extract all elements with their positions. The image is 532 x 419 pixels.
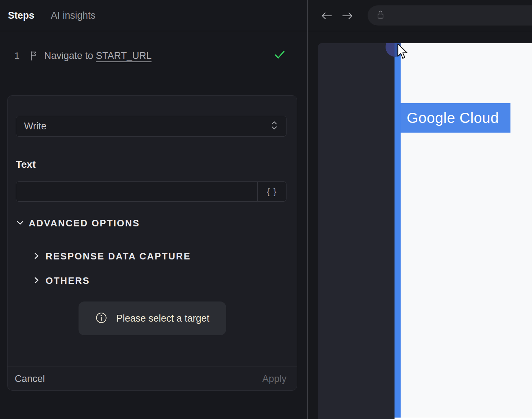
advanced-options-toggle[interactable]: ADVANCED OPTIONS: [16, 218, 140, 229]
flag-icon: [29, 51, 44, 61]
chevron-down-icon: [16, 218, 24, 229]
select-target-notice-text: Please select a target: [116, 313, 210, 324]
url-bar[interactable]: [368, 5, 532, 26]
info-icon: [95, 312, 108, 326]
step-label-text: Navigate to: [44, 50, 93, 61]
response-data-capture-label: RESPONSE DATA CAPTURE: [46, 251, 191, 262]
site-page-body: [401, 43, 532, 418]
others-toggle[interactable]: OTHERS: [33, 275, 90, 286]
chevron-up-down-icon: [270, 120, 278, 133]
step-number: 1: [14, 50, 29, 61]
insert-variable-button[interactable]: { }: [257, 182, 286, 201]
editor-footer: Cancel Apply: [8, 367, 297, 391]
browser-forward-button[interactable]: [341, 11, 354, 22]
browser-preview-panel: Google Cloud: [308, 0, 532, 419]
tab-ai-insights[interactable]: AI insights: [51, 10, 96, 21]
chevron-right-icon: [33, 252, 41, 262]
select-target-notice: Please select a target: [79, 301, 226, 335]
text-field-label: Text: [16, 159, 36, 170]
others-label: OTHERS: [46, 275, 90, 286]
apply-button[interactable]: Apply: [262, 373, 286, 385]
app-root: Steps AI insights 1 Navigate to START_UR…: [0, 0, 532, 419]
steps-panel: Steps AI insights 1 Navigate to START_UR…: [0, 0, 308, 419]
text-input-group: { }: [16, 181, 286, 202]
step-start-url-link[interactable]: START_URL: [96, 50, 151, 61]
brand-highlight-banner[interactable]: Google Cloud: [401, 103, 510, 133]
element-highlight-stripe[interactable]: [395, 43, 401, 418]
site-page-bottom-strip: [395, 418, 532, 419]
browser-toolbar: [308, 0, 532, 31]
browser-back-button[interactable]: [321, 11, 333, 22]
cancel-button[interactable]: Cancel: [15, 373, 45, 385]
advanced-options-label: ADVANCED OPTIONS: [29, 218, 140, 229]
panel-tabs: Steps AI insights: [0, 0, 307, 31]
chevron-right-icon: [33, 276, 41, 286]
lock-icon: [375, 9, 386, 22]
arrow-right-icon: [341, 11, 354, 20]
text-input[interactable]: [16, 182, 257, 201]
step-label: Navigate to START_URL: [44, 50, 151, 61]
response-data-capture-toggle[interactable]: RESPONSE DATA CAPTURE: [33, 251, 191, 262]
card-divider: [15, 354, 286, 354]
step-item[interactable]: 1 Navigate to START_URL: [0, 49, 307, 62]
arrow-left-icon: [321, 11, 333, 20]
tab-steps[interactable]: Steps: [8, 10, 34, 21]
brand-text: Google Cloud: [407, 110, 499, 126]
action-select[interactable]: Write: [16, 116, 286, 137]
site-sidebar: [318, 43, 395, 419]
check-icon: [274, 49, 285, 61]
page-viewport: Google Cloud: [308, 43, 532, 419]
step-editor-card: Write Text { } ADVA: [7, 95, 297, 391]
cursor-icon: [395, 43, 409, 61]
action-select-value: Write: [24, 121, 270, 132]
